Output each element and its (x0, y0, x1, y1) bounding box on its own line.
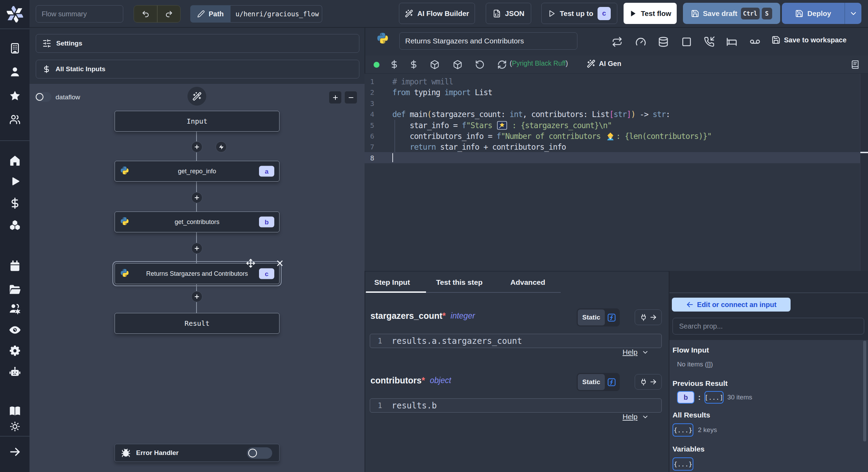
active-line-highlight (365, 152, 860, 163)
reload-button[interactable] (497, 60, 507, 69)
path-value-input[interactable]: u/henri/gracious_flow (231, 5, 322, 23)
flow-node-input[interactable]: Input (115, 111, 279, 132)
sidebar-item-workers[interactable] (9, 366, 21, 378)
test-up-to-button[interactable]: Test up to c (541, 3, 617, 24)
code-assistants-status[interactable]: (Pyright Black Ruff) (510, 59, 568, 67)
array-expand-badge[interactable]: [...] (704, 391, 724, 404)
sidebar-item-users[interactable] (9, 114, 21, 125)
save-draft-button[interactable]: Save draft Ctrl S (683, 3, 780, 24)
sidebar-item-home[interactable] (9, 154, 21, 167)
deploy-dropdown-button[interactable] (845, 3, 861, 24)
test-flow-button[interactable]: Test flow (624, 3, 677, 24)
json-button[interactable]: JSON (486, 3, 531, 24)
all-static-inputs-button[interactable]: All Static Inputs (36, 60, 359, 78)
error-handler-toggle[interactable] (247, 447, 272, 459)
mode-label: Static (582, 314, 600, 321)
zoom-out-button[interactable] (344, 91, 357, 104)
zoom-in-button[interactable] (329, 91, 342, 104)
arg-name: stargazers_count (370, 311, 442, 321)
ai-gen-button[interactable]: AI Gen (587, 59, 621, 68)
package-icon-button[interactable] (453, 60, 462, 69)
help-link[interactable]: Help (623, 413, 637, 421)
path-button[interactable]: Path (190, 5, 231, 23)
sidebar-item-variables[interactable] (9, 197, 21, 209)
step-title-input[interactable]: Returns Stargazers and Contributors (399, 32, 577, 50)
chevron-down-icon (849, 9, 858, 18)
arg-expr-input[interactable]: 1 results.a.stargazers_count (370, 334, 662, 348)
flow-node-get-repo-info[interactable]: get_repo_info a (115, 161, 279, 182)
package-icon-button[interactable] (430, 60, 440, 69)
deploy-button[interactable]: Deploy (782, 3, 844, 24)
sidebar-item-workspace[interactable] (9, 42, 21, 54)
sidebar-item-settings[interactable] (9, 345, 21, 357)
help-row[interactable]: Help (623, 348, 649, 356)
sidebar-item-user[interactable] (9, 66, 21, 78)
sidebar-item-docs[interactable] (9, 405, 21, 417)
arg-expr-input[interactable]: 1 results.b (370, 398, 662, 413)
sidebar-item-schedules[interactable] (9, 260, 21, 272)
insert-step-button[interactable] (191, 192, 202, 203)
sidebar-item-audit-logs[interactable] (8, 323, 22, 337)
sidebar-expand-button[interactable] (9, 446, 21, 458)
sidebar-item-runs[interactable] (9, 176, 20, 187)
flow-summary-input[interactable]: Flow summary (36, 5, 123, 23)
edit-or-connect-button[interactable]: Edit or connect an input (672, 298, 791, 312)
flow-node-get-contributors[interactable]: get_contributors b (115, 212, 279, 232)
flow-node-result[interactable]: Result (115, 313, 279, 334)
mode-static-segment[interactable]: Static (578, 374, 605, 390)
diff-book-button[interactable] (851, 60, 860, 69)
variable-picker-button[interactable] (390, 60, 399, 69)
node-label: get_contributors (115, 218, 279, 226)
windmill-logo[interactable] (7, 6, 23, 23)
delete-node-button[interactable] (275, 259, 284, 268)
overview-ruler[interactable] (860, 74, 868, 271)
mode-static-segment[interactable]: Static (578, 309, 605, 325)
reset-button[interactable] (475, 60, 485, 69)
redo-button[interactable] (158, 6, 180, 22)
mode-javascript-segment[interactable] (605, 378, 619, 387)
resource-picker-button[interactable] (409, 60, 418, 69)
tab-step-input[interactable]: Step Input (374, 272, 410, 293)
cache-icon[interactable] (658, 36, 669, 47)
mode-javascript-segment[interactable] (605, 313, 619, 322)
move-node-handle[interactable] (246, 259, 256, 268)
object-expand-badge[interactable]: {...} (673, 423, 693, 437)
sidebar-item-folders[interactable] (9, 283, 21, 296)
sleep-icon[interactable] (726, 36, 737, 47)
settings-button[interactable]: Settings (36, 34, 359, 53)
flow-node-error-handler[interactable]: Error Handler (115, 444, 279, 462)
insert-step-button[interactable] (191, 141, 202, 152)
sidebar-item-resources[interactable] (9, 219, 21, 231)
object-expand-badge[interactable]: {...} (673, 457, 693, 471)
retries-icon[interactable] (612, 36, 623, 47)
sidebar-item-groups[interactable] (9, 303, 21, 315)
tab-test-this-step[interactable]: Test this step (436, 272, 483, 293)
connect-input-button[interactable] (635, 374, 662, 390)
save-to-workspace-button[interactable]: Save to workspace (771, 35, 846, 44)
result-key-badge[interactable]: b (677, 391, 694, 404)
graph-ai-button[interactable] (187, 87, 206, 106)
dataflow-toggle[interactable] (35, 92, 51, 102)
undo-button[interactable] (134, 6, 157, 22)
plus-icon (332, 94, 339, 101)
suspend-call-icon[interactable] (704, 36, 715, 47)
ai-flow-builder-button[interactable]: AI Flow Builder (399, 3, 475, 24)
code-editor[interactable]: 12345678 # import wmillfrom typing impor… (365, 74, 868, 271)
mock-voicemail-icon[interactable] (750, 36, 760, 47)
connect-input-button[interactable] (635, 309, 662, 325)
concurrency-icon[interactable] (681, 36, 692, 47)
insert-step-button[interactable] (191, 243, 202, 254)
trigger-button[interactable] (216, 141, 227, 152)
tab-advanced[interactable]: Advanced (510, 272, 545, 293)
connect-panel-scrollbar[interactable] (863, 341, 866, 441)
sidebar-item-theme-toggle[interactable] (9, 421, 20, 432)
sidebar-item-favorites[interactable] (9, 90, 21, 102)
early-stop-gauge-icon[interactable] (635, 36, 646, 47)
insert-step-button[interactable] (191, 291, 202, 302)
path-label: Path (209, 10, 224, 18)
search-prop-input[interactable]: Search prop... (673, 318, 864, 334)
arg-row: contributors* object (370, 375, 451, 386)
help-link[interactable]: Help (623, 348, 637, 356)
help-row[interactable]: Help (623, 413, 649, 421)
test-flow-label: Test flow (641, 9, 671, 18)
